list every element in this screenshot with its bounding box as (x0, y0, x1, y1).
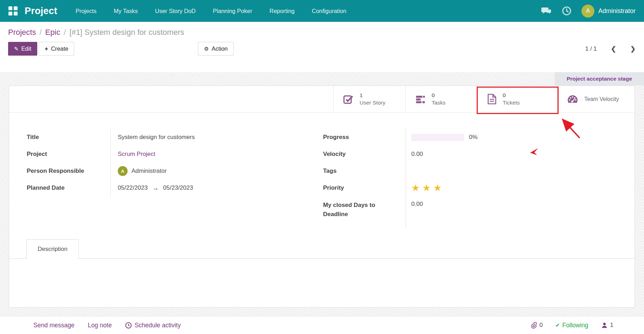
user-avatar: A (581, 5, 594, 18)
field-group-left: Title System design for customers Projec… (27, 129, 308, 196)
notebook-header: Description (9, 239, 635, 259)
action-button[interactable]: ⚙ Action (198, 42, 233, 56)
field-group-right: Progress 0% Velocity 0.00 Tags Priority … (323, 129, 555, 229)
menu-planning-poker[interactable]: Planning Poker (213, 8, 252, 14)
menu-my-tasks[interactable]: My Tasks (114, 8, 138, 14)
project-link[interactable]: Scrum Project (118, 151, 155, 158)
paperclip-icon (530, 322, 537, 329)
velocity-field-label: Velocity (323, 146, 406, 163)
tags-field-label: Tags (323, 163, 406, 179)
breadcrumb: Projects / Epic / [#1] System design for… (0, 22, 644, 37)
gear-icon: ⚙ (204, 46, 208, 51)
pager-count: 1 / 1 (585, 45, 597, 52)
tasks-label: Tasks (432, 99, 446, 106)
title-field-value: System design for customers (110, 129, 308, 146)
breadcrumb-current: [#1] System design for customers (70, 28, 184, 37)
tachometer-icon (567, 94, 578, 104)
tab-description[interactable]: Description (26, 239, 79, 259)
breadcrumb-projects[interactable]: Projects (8, 28, 36, 37)
control-panel: Projects / Epic / [#1] System design for… (0, 22, 644, 72)
priority-field-label: Priority (323, 179, 406, 196)
tasks-icon (415, 94, 426, 105)
stat-button-row: 1 User Story 0 Tasks (9, 86, 635, 113)
stat-button-user-story[interactable]: 1 User Story (333, 86, 405, 112)
stage-ribbon: Project acceptance stage (555, 72, 644, 86)
attachments-button[interactable]: 0 (530, 322, 543, 329)
create-button-label: Create (51, 45, 69, 52)
create-button[interactable]: + Create (39, 42, 74, 56)
follower-count: 1 (610, 322, 613, 329)
tasks-count: 0 (432, 92, 446, 99)
user-story-count: 1 (360, 92, 385, 99)
menu-reporting[interactable]: Reporting (269, 8, 295, 14)
form-sheet: 1 User Story 0 Tasks (9, 86, 635, 308)
ticket-file-icon (487, 94, 497, 105)
menu-projects[interactable]: Projects (76, 8, 97, 14)
progress-value: 0% (469, 134, 478, 141)
app-brand[interactable]: Project (25, 6, 57, 17)
main-menu: Projects My Tasks User Story DoD Plannin… (76, 8, 346, 14)
star-icon[interactable]: ★ (422, 183, 431, 193)
chevron-right-icon[interactable]: ❯ (630, 45, 636, 53)
send-message-button[interactable]: Send message (33, 322, 75, 329)
team-velocity-label: Team Velocity (584, 96, 619, 102)
schedule-activity-label: Schedule activity (135, 322, 181, 329)
priority-stars: ★ ★ ★ (411, 183, 442, 193)
content-area: Project acceptance stage 1 User Story (0, 72, 644, 316)
progress-field-label: Progress (323, 129, 406, 146)
pager: 1 / 1 ❮ ❯ (585, 45, 636, 53)
navbar-systray: A Administrator (541, 5, 636, 18)
arrow-right-icon: → (152, 184, 159, 192)
user-menu[interactable]: A Administrator (581, 5, 636, 18)
log-note-button[interactable]: Log note (88, 322, 112, 329)
action-button-label: Action (212, 45, 228, 52)
user-name: Administrator (598, 7, 636, 15)
messages-icon[interactable] (541, 6, 552, 15)
person-responsible-value: Administrator (131, 168, 167, 175)
velocity-field-value: 0.00 (406, 146, 555, 163)
stat-button-tickets[interactable]: 0 Tickets (477, 86, 557, 112)
plus-icon: + (45, 46, 48, 52)
check-icon: ✔ (555, 322, 560, 328)
project-field-label: Project (27, 146, 110, 163)
following-label: Following (562, 322, 588, 329)
pencil-icon: ✎ (14, 46, 19, 51)
breadcrumb-separator: / (64, 28, 66, 37)
chatter-bar: Send message Log note Schedule activity … (0, 316, 644, 334)
schedule-activity-button[interactable]: Schedule activity (125, 322, 181, 329)
menu-user-story-dod[interactable]: User Story DoD (155, 8, 196, 14)
stat-button-tasks[interactable]: 0 Tasks (405, 86, 477, 112)
star-icon[interactable]: ★ (411, 183, 420, 193)
clock-icon (125, 322, 132, 329)
activity-clock-icon[interactable] (562, 6, 572, 16)
breadcrumb-separator: / (39, 28, 41, 37)
apps-menu-icon[interactable] (8, 6, 18, 15)
closed-days-label: My closed Days to Deadline (323, 196, 406, 229)
tickets-count: 0 (503, 92, 520, 99)
menu-configuration[interactable]: Configuration (312, 8, 346, 14)
following-button[interactable]: ✔ Following (555, 322, 588, 329)
edit-button-label: Edit (21, 45, 31, 52)
top-navbar: Project Projects My Tasks User Story DoD… (0, 0, 644, 22)
planned-date-label: Planned Date (27, 179, 110, 196)
stat-button-team-velocity[interactable]: Team Velocity (557, 86, 635, 112)
attachment-count: 0 (540, 322, 543, 329)
planned-date-end: 05/23/2023 (163, 184, 193, 191)
edit-button[interactable]: ✎ Edit (8, 42, 37, 56)
person-responsible-label: Person Responsible (27, 163, 110, 179)
title-field-label: Title (27, 129, 110, 146)
control-buttons-row: ✎ Edit + Create ⚙ Action 1 / 1 ❮ ❯ (0, 42, 644, 56)
user-story-label: User Story (360, 99, 385, 106)
star-icon[interactable]: ★ (433, 183, 442, 193)
check-square-icon (343, 94, 354, 105)
closed-days-value: 0.00 (406, 196, 555, 229)
planned-date-start: 05/22/2023 (118, 184, 148, 191)
person-avatar: A (118, 166, 128, 176)
page: Project Projects My Tasks User Story DoD… (0, 0, 644, 334)
followers-button[interactable]: 1 (601, 322, 613, 329)
progress-bar (411, 134, 464, 141)
chevron-left-icon[interactable]: ❮ (611, 45, 616, 53)
tags-field-value[interactable] (406, 163, 555, 179)
breadcrumb-epic[interactable]: Epic (45, 28, 60, 37)
person-icon (601, 322, 608, 329)
